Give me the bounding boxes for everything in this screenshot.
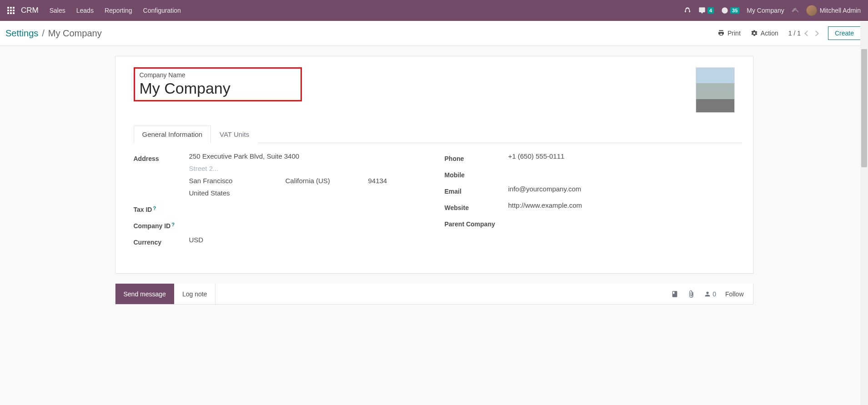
nav-right: 4 35 My Company Mitchell Admin: [684, 5, 861, 16]
col-right: Phone +1 (650) 555-0111 Mobile Email inf…: [445, 152, 738, 246]
scrollbar[interactable]: [860, 22, 868, 305]
pager-prev-icon[interactable]: [804, 30, 810, 36]
address-block: 250 Executive Park Blvd, Suite 3400 Stre…: [189, 152, 426, 197]
user-name: Mitchell Admin: [820, 7, 861, 14]
breadcrumb-parent[interactable]: Settings: [5, 28, 38, 39]
avatar: [806, 5, 817, 16]
messages-icon[interactable]: 4: [698, 7, 714, 14]
action-label: Action: [761, 30, 778, 37]
apps-icon[interactable]: [7, 7, 15, 14]
breadcrumb: Settings / My Company: [5, 28, 102, 39]
row-companyid: Company ID?: [134, 220, 426, 230]
label-website: Website: [445, 201, 508, 211]
log-note-button[interactable]: Log note: [174, 284, 216, 304]
breadcrumb-sep: /: [42, 28, 45, 39]
nav-sales[interactable]: Sales: [50, 7, 65, 14]
person-icon: [704, 290, 711, 298]
label-currency: Currency: [134, 236, 189, 246]
label-companyid: Company ID?: [134, 220, 189, 230]
taxid-input[interactable]: [189, 203, 426, 213]
tab-vat-units[interactable]: VAT Units: [211, 125, 258, 143]
sheet-wrap: Company Name My Company General Informat…: [0, 46, 868, 284]
form-sheet: Company Name My Company General Informat…: [115, 56, 753, 274]
create-button[interactable]: Create: [828, 26, 861, 40]
control-right: Print Action 1 / 1 Create: [717, 26, 861, 40]
row-email: Email info@yourcompany.com: [445, 185, 738, 195]
row-parent-company: Parent Company: [445, 218, 738, 228]
label-taxid: Tax ID?: [134, 203, 189, 213]
attachment-icon[interactable]: [687, 290, 695, 298]
street2-input[interactable]: Street 2...: [189, 165, 426, 172]
form-grid: Address 250 Executive Park Blvd, Suite 3…: [134, 152, 742, 246]
nav-configuration[interactable]: Configuration: [143, 7, 181, 14]
company-name-value[interactable]: My Company: [140, 80, 296, 97]
phone-input[interactable]: +1 (650) 555-0111: [508, 152, 738, 162]
row-taxid: Tax ID?: [134, 203, 426, 213]
control-bar: Settings / My Company Print Action 1 / 1…: [0, 21, 868, 46]
state-input[interactable]: California (US): [286, 177, 358, 185]
print-button[interactable]: Print: [717, 30, 741, 37]
tabs: General Information VAT Units: [134, 125, 742, 143]
zip-input[interactable]: 94134: [368, 177, 387, 185]
website-input[interactable]: http://www.example.com: [508, 201, 738, 211]
help-taxid-icon[interactable]: ?: [153, 205, 156, 211]
row-website: Website http://www.example.com: [445, 201, 738, 211]
currency-input[interactable]: USD: [189, 236, 426, 246]
row-address: Address 250 Executive Park Blvd, Suite 3…: [134, 152, 426, 197]
debug-icon[interactable]: [792, 7, 799, 14]
support-icon[interactable]: [684, 7, 691, 14]
label-address: Address: [134, 152, 189, 197]
company-name-label: Company Name: [140, 71, 296, 79]
followers-count[interactable]: 0: [704, 290, 716, 298]
street1-input[interactable]: 250 Executive Park Blvd, Suite 3400: [189, 152, 426, 160]
company-name-group[interactable]: Company Name My Company: [134, 67, 302, 101]
company-logo[interactable]: [696, 67, 735, 113]
nav-menu: Sales Leads Reporting Configuration: [50, 7, 181, 14]
followers-number: 0: [712, 290, 716, 298]
pager-label[interactable]: 1 / 1: [788, 30, 801, 37]
send-message-button[interactable]: Send message: [115, 284, 174, 304]
user-menu[interactable]: Mitchell Admin: [806, 5, 861, 16]
tab-general[interactable]: General Information: [134, 125, 211, 143]
svg-rect-2: [724, 10, 726, 10]
country-input[interactable]: United States: [189, 189, 426, 197]
email-input[interactable]: info@yourcompany.com: [508, 185, 738, 195]
label-phone: Phone: [445, 152, 508, 162]
companyid-input[interactable]: [189, 220, 426, 230]
chatter: Send message Log note 0 Follow: [0, 284, 868, 305]
row-currency: Currency USD: [134, 236, 426, 246]
navbar: CRM Sales Leads Reporting Configuration …: [0, 0, 868, 21]
activities-icon[interactable]: 35: [721, 7, 739, 14]
chatter-right: 0 Follow: [671, 290, 753, 298]
nav-leads[interactable]: Leads: [76, 7, 94, 14]
messages-badge: 4: [707, 7, 714, 14]
label-mobile: Mobile: [445, 169, 508, 179]
label-parent-company: Parent Company: [445, 218, 508, 228]
action-button[interactable]: Action: [751, 30, 778, 37]
pager: 1 / 1: [788, 30, 818, 37]
print-label: Print: [728, 30, 741, 37]
nav-reporting[interactable]: Reporting: [105, 7, 132, 14]
parent-company-input[interactable]: [508, 218, 738, 228]
app-brand[interactable]: CRM: [21, 6, 39, 15]
row-phone: Phone +1 (650) 555-0111: [445, 152, 738, 162]
city-input[interactable]: San Francisco: [189, 177, 276, 185]
mobile-input[interactable]: [508, 169, 738, 179]
label-email: Email: [445, 185, 508, 195]
address-row-csz: San Francisco California (US) 94134: [189, 177, 426, 185]
col-left: Address 250 Executive Park Blvd, Suite 3…: [134, 152, 426, 246]
follow-button[interactable]: Follow: [725, 290, 743, 298]
pager-next-icon[interactable]: [813, 30, 819, 36]
breadcrumb-current: My Company: [48, 28, 102, 39]
row-mobile: Mobile: [445, 169, 738, 179]
chatter-inner: Send message Log note 0 Follow: [115, 284, 753, 305]
company-switcher[interactable]: My Company: [747, 7, 784, 14]
activities-badge: 35: [730, 7, 739, 14]
help-companyid-icon[interactable]: ?: [171, 222, 175, 227]
book-icon[interactable]: [671, 290, 678, 298]
